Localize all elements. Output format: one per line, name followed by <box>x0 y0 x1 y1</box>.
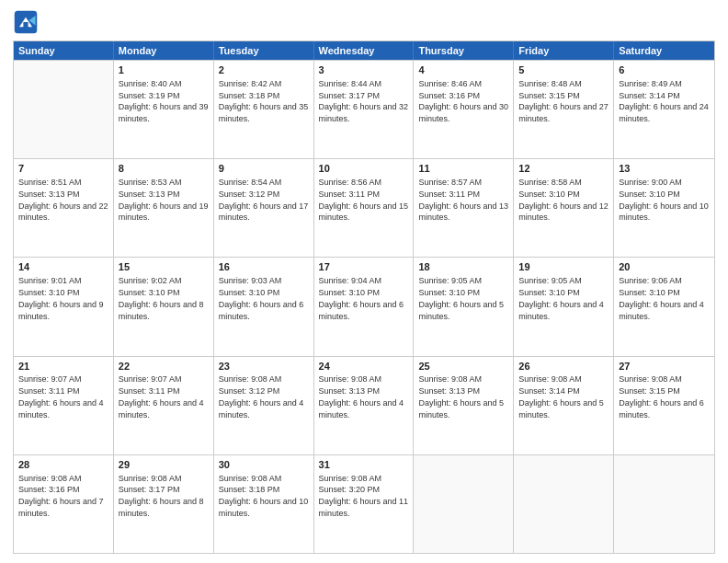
calendar-row: 1Sunrise: 8:40 AMSunset: 3:19 PMDaylight… <box>14 60 714 158</box>
calendar-cell: 21Sunrise: 9:07 AMSunset: 3:11 PMDayligh… <box>14 357 114 454</box>
calendar-cell: 4Sunrise: 8:46 AMSunset: 3:16 PMDaylight… <box>414 61 514 158</box>
calendar-cell: 31Sunrise: 9:08 AMSunset: 3:20 PMDayligh… <box>314 455 415 553</box>
calendar-row: 7Sunrise: 8:51 AMSunset: 3:13 PMDaylight… <box>14 158 714 257</box>
calendar-cell: 28Sunrise: 9:08 AMSunset: 3:16 PMDayligh… <box>14 455 114 553</box>
calendar-cell: 10Sunrise: 8:56 AMSunset: 3:11 PMDayligh… <box>314 159 415 257</box>
cell-info: Sunrise: 8:42 AMSunset: 3:18 PMDaylight:… <box>219 79 309 123</box>
cell-info: Sunrise: 8:51 AMSunset: 3:13 PMDaylight:… <box>18 178 108 222</box>
cell-info: Sunrise: 9:08 AMSunset: 3:14 PMDaylight:… <box>518 374 604 419</box>
cell-info: Sunrise: 8:58 AMSunset: 3:10 PMDaylight:… <box>518 178 609 222</box>
weekday-header: Friday <box>514 41 614 60</box>
page: SundayMondayTuesdayWednesdayThursdayFrid… <box>0 0 728 563</box>
cell-info: Sunrise: 8:56 AMSunset: 3:11 PMDaylight:… <box>319 178 409 222</box>
calendar-cell: 24Sunrise: 9:08 AMSunset: 3:13 PMDayligh… <box>314 357 415 454</box>
calendar-cell: 23Sunrise: 9:08 AMSunset: 3:12 PMDayligh… <box>214 357 314 454</box>
weekday-header: Sunday <box>14 41 114 60</box>
cell-info: Sunrise: 9:00 AMSunset: 3:10 PMDaylight:… <box>619 178 709 222</box>
calendar-cell <box>14 61 114 158</box>
day-number: 21 <box>18 360 108 373</box>
calendar-cell: 15Sunrise: 9:02 AMSunset: 3:10 PMDayligh… <box>114 258 214 355</box>
calendar-cell: 22Sunrise: 9:07 AMSunset: 3:11 PMDayligh… <box>114 357 214 454</box>
calendar-cell: 25Sunrise: 9:08 AMSunset: 3:13 PMDayligh… <box>414 357 514 454</box>
calendar-cell: 12Sunrise: 8:58 AMSunset: 3:10 PMDayligh… <box>514 159 614 257</box>
calendar: SundayMondayTuesdayWednesdayThursdayFrid… <box>13 40 715 554</box>
calendar-cell: 6Sunrise: 8:49 AMSunset: 3:14 PMDaylight… <box>614 61 714 158</box>
cell-info: Sunrise: 9:08 AMSunset: 3:17 PMDaylight:… <box>119 474 204 518</box>
cell-info: Sunrise: 9:08 AMSunset: 3:20 PMDaylight:… <box>319 474 409 518</box>
cell-info: Sunrise: 8:49 AMSunset: 3:14 PMDaylight:… <box>619 79 709 123</box>
day-number: 19 <box>518 260 609 274</box>
cell-info: Sunrise: 9:08 AMSunset: 3:13 PMDaylight:… <box>319 374 404 419</box>
day-number: 7 <box>18 162 108 176</box>
calendar-body: 1Sunrise: 8:40 AMSunset: 3:19 PMDaylight… <box>14 60 714 553</box>
calendar-cell: 17Sunrise: 9:04 AMSunset: 3:10 PMDayligh… <box>314 258 415 355</box>
day-number: 13 <box>619 162 710 176</box>
calendar-cell: 14Sunrise: 9:01 AMSunset: 3:10 PMDayligh… <box>14 258 114 355</box>
cell-info: Sunrise: 8:40 AMSunset: 3:19 PMDaylight:… <box>119 79 209 123</box>
cell-info: Sunrise: 9:07 AMSunset: 3:11 PMDaylight:… <box>119 374 204 419</box>
day-number: 5 <box>518 63 609 77</box>
weekday-header: Monday <box>114 41 214 60</box>
day-number: 22 <box>119 360 209 373</box>
cell-info: Sunrise: 9:02 AMSunset: 3:10 PMDaylight:… <box>119 276 204 320</box>
day-number: 25 <box>418 360 508 373</box>
calendar-row: 14Sunrise: 9:01 AMSunset: 3:10 PMDayligh… <box>14 257 714 355</box>
cell-info: Sunrise: 9:01 AMSunset: 3:10 PMDaylight:… <box>18 276 104 320</box>
cell-info: Sunrise: 9:07 AMSunset: 3:11 PMDaylight:… <box>18 374 104 419</box>
calendar-row: 21Sunrise: 9:07 AMSunset: 3:11 PMDayligh… <box>14 356 714 454</box>
calendar-cell: 3Sunrise: 8:44 AMSunset: 3:17 PMDaylight… <box>314 61 415 158</box>
day-number: 2 <box>219 63 309 77</box>
day-number: 12 <box>518 162 609 176</box>
calendar-cell <box>614 455 714 553</box>
calendar-cell: 2Sunrise: 8:42 AMSunset: 3:18 PMDaylight… <box>214 61 314 158</box>
day-number: 8 <box>119 162 209 176</box>
cell-info: Sunrise: 9:08 AMSunset: 3:18 PMDaylight:… <box>219 474 309 518</box>
calendar-cell: 27Sunrise: 9:08 AMSunset: 3:15 PMDayligh… <box>614 357 714 454</box>
day-number: 11 <box>418 162 508 176</box>
cell-info: Sunrise: 9:05 AMSunset: 3:10 PMDaylight:… <box>518 276 604 320</box>
calendar-cell: 7Sunrise: 8:51 AMSunset: 3:13 PMDaylight… <box>14 159 114 257</box>
cell-info: Sunrise: 9:08 AMSunset: 3:15 PMDaylight:… <box>619 374 704 419</box>
calendar-cell: 1Sunrise: 8:40 AMSunset: 3:19 PMDaylight… <box>114 61 214 158</box>
calendar-cell: 9Sunrise: 8:54 AMSunset: 3:12 PMDaylight… <box>214 159 314 257</box>
calendar-header: SundayMondayTuesdayWednesdayThursdayFrid… <box>14 41 714 60</box>
day-number: 14 <box>18 260 108 274</box>
calendar-cell: 26Sunrise: 9:08 AMSunset: 3:14 PMDayligh… <box>514 357 614 454</box>
calendar-cell: 30Sunrise: 9:08 AMSunset: 3:18 PMDayligh… <box>214 455 314 553</box>
calendar-cell: 20Sunrise: 9:06 AMSunset: 3:10 PMDayligh… <box>614 258 714 355</box>
day-number: 15 <box>119 260 209 274</box>
cell-info: Sunrise: 8:48 AMSunset: 3:15 PMDaylight:… <box>518 79 609 123</box>
day-number: 23 <box>219 360 309 373</box>
cell-info: Sunrise: 9:03 AMSunset: 3:10 PMDaylight:… <box>219 276 304 320</box>
cell-info: Sunrise: 8:44 AMSunset: 3:17 PMDaylight:… <box>319 79 409 123</box>
cell-info: Sunrise: 9:08 AMSunset: 3:13 PMDaylight:… <box>418 374 504 419</box>
calendar-cell: 18Sunrise: 9:05 AMSunset: 3:10 PMDayligh… <box>414 258 514 355</box>
cell-info: Sunrise: 8:53 AMSunset: 3:13 PMDaylight:… <box>119 178 209 222</box>
cell-info: Sunrise: 9:06 AMSunset: 3:10 PMDaylight:… <box>619 276 704 320</box>
cell-info: Sunrise: 9:08 AMSunset: 3:16 PMDaylight:… <box>18 474 104 518</box>
day-number: 18 <box>418 260 508 274</box>
day-number: 29 <box>119 458 209 472</box>
header <box>13 9 715 35</box>
cell-info: Sunrise: 9:08 AMSunset: 3:12 PMDaylight:… <box>219 374 304 419</box>
weekday-header: Tuesday <box>214 41 314 60</box>
calendar-cell: 5Sunrise: 8:48 AMSunset: 3:15 PMDaylight… <box>514 61 614 158</box>
calendar-row: 28Sunrise: 9:08 AMSunset: 3:16 PMDayligh… <box>14 454 714 553</box>
logo-icon <box>13 9 39 35</box>
day-number: 20 <box>619 260 710 274</box>
day-number: 1 <box>119 63 209 77</box>
cell-info: Sunrise: 8:57 AMSunset: 3:11 PMDaylight:… <box>418 178 508 222</box>
calendar-cell: 13Sunrise: 9:00 AMSunset: 3:10 PMDayligh… <box>614 159 714 257</box>
day-number: 3 <box>319 63 409 77</box>
cell-info: Sunrise: 8:46 AMSunset: 3:16 PMDaylight:… <box>418 79 508 123</box>
day-number: 24 <box>319 360 409 373</box>
cell-info: Sunrise: 9:04 AMSunset: 3:10 PMDaylight:… <box>319 276 404 320</box>
day-number: 28 <box>18 458 108 472</box>
day-number: 9 <box>219 162 309 176</box>
day-number: 30 <box>219 458 309 472</box>
day-number: 26 <box>518 360 609 373</box>
calendar-cell <box>514 455 614 553</box>
weekday-header: Thursday <box>414 41 514 60</box>
day-number: 17 <box>319 260 409 274</box>
weekday-header: Saturday <box>614 41 714 60</box>
